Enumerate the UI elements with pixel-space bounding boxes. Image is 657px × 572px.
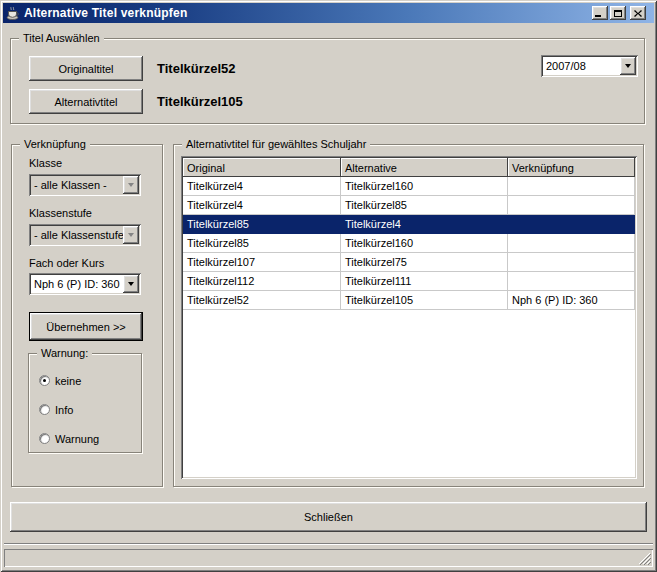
table-cell <box>508 215 635 234</box>
group-warnung-legend: Warnung: <box>37 346 92 360</box>
klassenstufe-label: Klassenstufe <box>29 207 92 219</box>
resize-grip-icon[interactable] <box>638 552 651 565</box>
table-cell: Titelkürzel52 <box>183 291 341 310</box>
fach-oder-kurs-label: Fach oder Kurs <box>29 257 104 269</box>
klassenstufe-select[interactable]: - alle Klassenstufen <box>29 224 141 246</box>
table-header-row: OriginalAlternativeVerknüpfung <box>183 158 635 177</box>
table-cell <box>508 272 635 291</box>
group-verknuepfung: Verknüpfung Klasse - alle Klassen - Klas… <box>11 144 163 487</box>
klassenstufe-select-value: - alle Klassenstufen <box>31 226 123 244</box>
statusbar-separator <box>4 543 653 545</box>
table-cell: Nph 6 (P) ID: 360 <box>508 291 635 310</box>
klasse-label: Klasse <box>29 157 62 169</box>
column-header-alternative[interactable]: Alternative <box>341 158 508 177</box>
group-titel-auswaehlen-legend: Titel Auswählen <box>19 31 104 45</box>
schuljahr-select[interactable]: 2007/08 <box>541 55 638 77</box>
column-header-original[interactable]: Original <box>183 158 341 177</box>
fach-dropdown-arrow-icon[interactable] <box>123 275 139 293</box>
dialog-window: Alternative Titel verknüpfen Titel Auswä… <box>0 0 657 572</box>
table-cell: Titelkürzel85 <box>183 215 341 234</box>
radio-option-keine[interactable]: keine <box>39 374 81 387</box>
radio-unchecked-icon[interactable] <box>39 433 50 444</box>
schliessen-button[interactable]: Schließen <box>10 502 647 532</box>
table-cell: Titelkürzel111 <box>341 272 508 291</box>
klasse-select[interactable]: - alle Klassen - <box>29 174 141 196</box>
group-alternativtitel: Alternativtitel für gewähltes Schuljahr … <box>173 144 644 487</box>
radio-label: Info <box>55 404 73 416</box>
table-cell <box>508 177 635 196</box>
table-cell: Titelkürzel4 <box>341 215 508 234</box>
table-cell: Titelkürzel112 <box>183 272 341 291</box>
table-row[interactable]: Titelkürzel4Titelkürzel160 <box>183 177 635 196</box>
table-cell <box>508 234 635 253</box>
group-alternativtitel-legend: Alternativtitel für gewähltes Schuljahr <box>182 137 370 151</box>
app-coffee-cup-icon <box>5 5 21 21</box>
column-header-verknüpfung[interactable]: Verknüpfung <box>508 158 635 177</box>
table-row[interactable]: Titelkürzel107Titelkürzel75 <box>183 253 635 272</box>
klassenstufe-dropdown-arrow-icon[interactable] <box>123 226 139 244</box>
table-body: Titelkürzel4Titelkürzel160Titelkürzel4Ti… <box>183 177 635 310</box>
uebernehmen-button[interactable]: Übernehmen >> <box>29 312 143 341</box>
minimize-button[interactable] <box>592 6 608 20</box>
klasse-select-value: - alle Klassen - <box>31 176 123 194</box>
table-row[interactable]: Titelkürzel85Titelkürzel160 <box>183 234 635 253</box>
statusbar <box>4 549 653 567</box>
radio-option-info[interactable]: Info <box>39 403 73 416</box>
table-cell: Titelkürzel107 <box>183 253 341 272</box>
alternativtitel-value: Titelkürzel105 <box>157 89 243 114</box>
schuljahr-select-value: 2007/08 <box>543 57 620 75</box>
fach-oder-kurs-select[interactable]: Nph 6 (P) ID: 360 <box>29 273 141 295</box>
originaltitel-button[interactable]: Originaltitel <box>29 56 143 81</box>
table-cell <box>508 253 635 272</box>
table-row-selected[interactable]: Titelkürzel85Titelkürzel4 <box>183 215 635 234</box>
group-titel-auswaehlen: Titel Auswählen Originaltitel Titelkürze… <box>10 38 645 124</box>
radio-option-warnung[interactable]: Warnung <box>39 432 99 445</box>
table-cell: Titelkürzel4 <box>183 177 341 196</box>
table-row[interactable]: Titelkürzel52Titelkürzel105Nph 6 (P) ID:… <box>183 291 635 310</box>
window-controls <box>592 6 646 20</box>
originaltitel-value: Titelkürzel52 <box>157 56 236 81</box>
radio-label: keine <box>55 375 81 387</box>
group-verknuepfung-legend: Verknüpfung <box>20 137 90 151</box>
maximize-button[interactable] <box>610 6 626 20</box>
table-cell: Titelkürzel160 <box>341 234 508 253</box>
alternativtitel-button[interactable]: Alternativtitel <box>29 89 143 114</box>
close-button[interactable] <box>630 6 646 20</box>
table-cell: Titelkürzel105 <box>341 291 508 310</box>
radio-unchecked-icon[interactable] <box>39 404 50 415</box>
table-cell <box>508 196 635 215</box>
minimize-icon <box>595 15 601 17</box>
schuljahr-dropdown-arrow-icon[interactable] <box>620 57 636 75</box>
group-warnung: Warnung: keineInfoWarnung <box>28 353 142 453</box>
table-row[interactable]: Titelkürzel112Titelkürzel111 <box>183 272 635 291</box>
table-cell: Titelkürzel160 <box>341 177 508 196</box>
window-title: Alternative Titel verknüpfen <box>24 6 592 20</box>
klasse-dropdown-arrow-icon[interactable] <box>123 176 139 194</box>
table-row[interactable]: Titelkürzel4Titelkürzel85 <box>183 196 635 215</box>
alternativtitel-table: OriginalAlternativeVerknüpfung Titelkürz… <box>181 156 637 479</box>
close-icon <box>634 10 642 17</box>
table-cell: Titelkürzel4 <box>183 196 341 215</box>
radio-label: Warnung <box>55 433 99 445</box>
radio-checked-icon[interactable] <box>39 375 50 386</box>
table-cell: Titelkürzel85 <box>183 234 341 253</box>
table-cell: Titelkürzel75 <box>341 253 508 272</box>
maximize-icon <box>614 10 622 17</box>
titlebar[interactable]: Alternative Titel verknüpfen <box>3 3 654 23</box>
fach-oder-kurs-select-value: Nph 6 (P) ID: 360 <box>31 275 123 293</box>
table-cell: Titelkürzel85 <box>341 196 508 215</box>
